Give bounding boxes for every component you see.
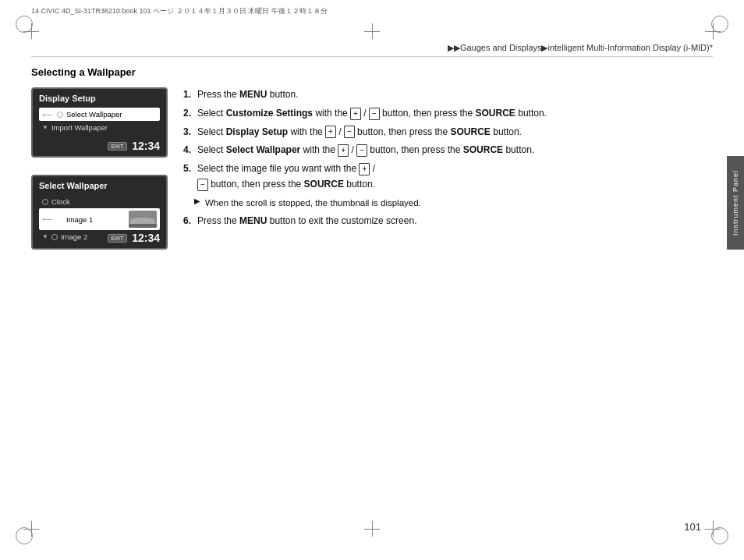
screen2-item1-label: Clock [51, 197, 70, 206]
step-6: 6. Press the MENU button to exit the cus… [183, 214, 701, 229]
crosshair-bm [364, 521, 380, 537]
sidebar-label: Instrument Panel [727, 156, 744, 250]
instructions: 1. Press the MENU button. 2. Select Cust… [183, 87, 701, 232]
step-5-sub: ▶ When the scroll is stopped, the thumbn… [194, 196, 701, 211]
btn-plus-4: + [338, 144, 349, 157]
btn-plus-2: + [350, 108, 361, 120]
main-content: Selecting a Wallpaper Display Setup ⟵ Se… [31, 66, 701, 513]
screen2-item2-label: Image 1 [66, 215, 93, 224]
screen1-title: Display Setup [39, 94, 160, 103]
circle-bl [16, 527, 33, 544]
step-4: 4. Select Select Wallpaper with the + / … [183, 143, 701, 158]
steps-list: 1. Press the MENU button. 2. Select Cust… [183, 87, 701, 229]
radio-select-wallpaper [57, 112, 63, 118]
btn-minus-5: − [197, 179, 208, 191]
radio-image1 [57, 216, 63, 222]
screens-area: Display Setup ⟵ Select Wallpaper ▼ Impor… [31, 87, 168, 250]
btn-plus-3: + [325, 126, 336, 138]
btn-minus-4: − [356, 144, 367, 157]
screen2-item3-label: Image 2 [61, 232, 87, 241]
screen1-item1-label: Select Wallpaper [66, 110, 122, 119]
sidebar-label-text: Instrument Panel [732, 170, 739, 236]
screen2-footer: EXIT 12:34 [108, 232, 160, 244]
header-bar: 14 CIVIC 4D_SI-31TR36210.book 101 ページ ２０… [0, 0, 744, 22]
screen1-exit-btn: EXIT [108, 142, 128, 151]
file-info-text: 14 CIVIC 4D_SI-31TR36210.book 101 ページ ２０… [31, 6, 328, 16]
breadcrumb: ▶▶Gauges and Displays▶intelligent Multi-… [448, 43, 713, 53]
content-layout: Display Setup ⟵ Select Wallpaper ▼ Impor… [31, 87, 701, 250]
screen2-exit-btn: EXIT [108, 234, 128, 243]
screen1-mockup: Display Setup ⟵ Select Wallpaper ▼ Impor… [31, 87, 168, 158]
crosshair-br [705, 521, 721, 537]
screen1-footer: EXIT 12:34 [108, 140, 160, 152]
screen2-title: Select Wallpaper [39, 181, 160, 190]
screen1-item-1: ⟵ Select Wallpaper [39, 108, 160, 121]
breadcrumb-text: ▶▶Gauges and Displays▶intelligent Multi-… [448, 43, 713, 52]
screen1-item2-label: Import Wallpaper [51, 123, 108, 132]
step-2: 2. Select Customize Settings with the + … [183, 106, 701, 122]
screen2-item-1: Clock [39, 195, 160, 208]
crosshair-tr [705, 23, 721, 39]
crosshair-tm [364, 23, 380, 39]
crosshair-bl [23, 521, 39, 537]
screen1-item-2: ▼ Import Wallpaper [39, 121, 160, 134]
screen2-item-2: ⟵ Image 1 [39, 208, 160, 230]
down-arrow1: ▼ [42, 124, 48, 131]
screen1-time: 12:34 [132, 140, 160, 152]
screen2-time: 12:34 [132, 232, 160, 244]
page-number: 101 [684, 521, 701, 533]
screen2-mockup: Select Wallpaper Clock ⟵ Image 1 ▼ [31, 175, 168, 250]
section-title: Selecting a Wallpaper [31, 66, 701, 78]
crosshair-tl [23, 23, 39, 39]
step-5: 5. Select the image file you want with t… [183, 161, 701, 193]
btn-minus-2: − [369, 108, 380, 120]
nav-arrow-left: ⟵ [42, 111, 52, 119]
circle-br [711, 527, 728, 544]
page-number-text: 101 [684, 521, 701, 533]
divider-top [31, 56, 713, 57]
down-arrow2: ▼ [42, 233, 48, 240]
step-1: 1. Press the MENU button. [183, 87, 701, 103]
step-3: 3. Select Display Setup with the + / − b… [183, 125, 701, 140]
car-thumbnail [129, 211, 157, 228]
file-info: 14 CIVIC 4D_SI-31TR36210.book 101 ページ ２０… [31, 6, 328, 16]
btn-minus-3: − [344, 126, 355, 138]
btn-plus-5: + [359, 163, 370, 175]
screens-divider [31, 164, 168, 168]
nav-arrow-left2: ⟵ [42, 215, 52, 223]
radio-clock [42, 199, 48, 205]
radio-image2 [51, 234, 58, 240]
